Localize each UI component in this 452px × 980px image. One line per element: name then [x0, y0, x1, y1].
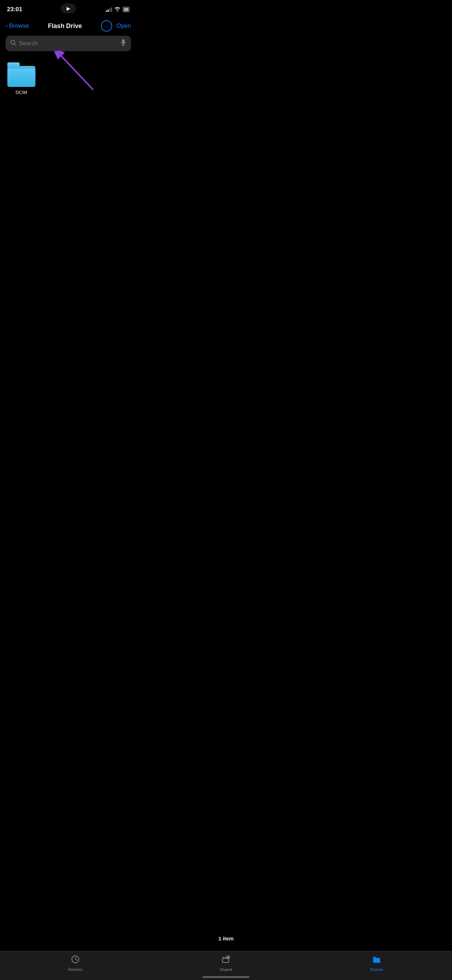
- more-icon: ···: [105, 23, 109, 29]
- folder-icon: [7, 62, 35, 87]
- status-icons: 26: [106, 7, 130, 13]
- search-container: [0, 36, 137, 57]
- page-title: Flash Drive: [48, 22, 82, 30]
- navigation-bar: ‹ Browse Flash Drive ··· Open: [0, 18, 137, 36]
- battery-level: 26: [124, 7, 128, 11]
- battery-indicator: 26: [123, 7, 130, 12]
- status-bar: 23:01 ▶ 26: [0, 0, 137, 18]
- open-button[interactable]: Open: [116, 22, 131, 29]
- status-time: 23:01: [7, 6, 22, 13]
- facetime-icon: ▶: [67, 6, 70, 11]
- search-bar[interactable]: [6, 36, 131, 51]
- mic-icon[interactable]: [121, 39, 126, 48]
- search-icon: [11, 40, 16, 47]
- list-item[interactable]: DCIM: [6, 62, 37, 95]
- back-label: Browse: [9, 22, 29, 29]
- signal-bar-1: [106, 11, 107, 12]
- svg-rect-2: [122, 39, 124, 43]
- back-button[interactable]: ‹ Browse: [6, 22, 29, 29]
- folder-tab: [7, 62, 20, 67]
- file-grid: DCIM: [0, 57, 137, 100]
- svg-line-1: [14, 44, 16, 46]
- search-input[interactable]: [19, 40, 118, 47]
- main-content: ‹ Browse Flash Drive ··· Open: [0, 18, 137, 100]
- back-chevron-icon: ‹: [6, 22, 8, 29]
- file-name: DCIM: [16, 90, 27, 95]
- facetime-pill: ▶: [61, 3, 76, 13]
- signal-bar-4: [111, 7, 112, 12]
- signal-bars: [106, 7, 112, 12]
- wifi-icon: [114, 7, 121, 13]
- more-button[interactable]: ···: [101, 20, 112, 32]
- signal-bar-3: [109, 8, 110, 12]
- signal-bar-2: [108, 10, 108, 12]
- folder-front: [7, 69, 35, 87]
- nav-actions: ··· Open: [101, 20, 131, 32]
